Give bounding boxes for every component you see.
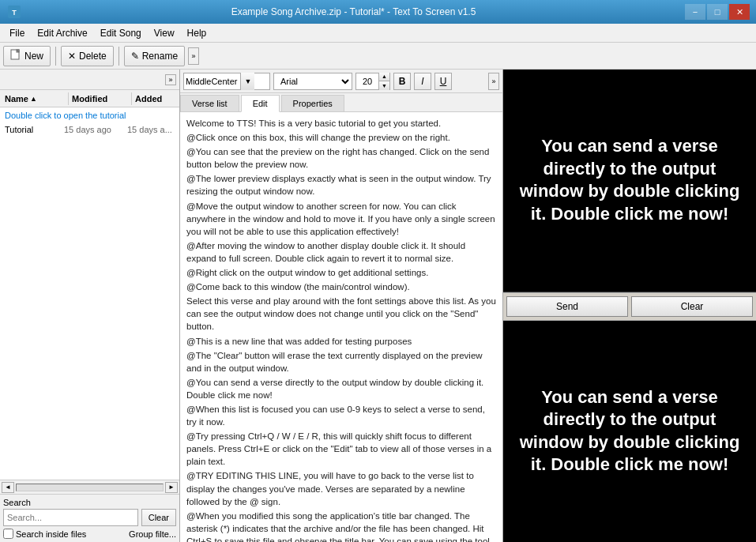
underline-button[interactable]: U <box>434 73 452 90</box>
menu-file[interactable]: File <box>3 24 31 42</box>
font-select[interactable]: Arial <box>273 73 352 90</box>
rename-label: Rename <box>142 51 178 62</box>
search-input[interactable] <box>3 509 138 526</box>
search-label: Search <box>3 498 176 507</box>
search-clear-button[interactable]: Clear <box>141 509 176 526</box>
text-content-area[interactable]: Welcome to TTS! This is a very basic tut… <box>180 112 502 542</box>
scroll-right-btn[interactable]: ► <box>165 482 178 493</box>
menu-edit-archive[interactable]: Edit Archive <box>31 24 93 42</box>
tab-edit[interactable]: Edit <box>241 95 280 112</box>
title-bar: T Example Song Archive.zip - Tutorial* -… <box>0 0 756 24</box>
inside-files-label: Search inside files <box>16 529 86 539</box>
file-list-area[interactable]: Double click to open the tutorial Tutori… <box>0 107 179 480</box>
menu-view[interactable]: View <box>148 24 181 42</box>
font-size-box: ▲ ▼ <box>355 73 390 90</box>
new-icon <box>10 49 21 62</box>
font-size-input[interactable] <box>356 73 378 89</box>
toolbar-expand-btn[interactable]: » <box>188 47 199 65</box>
center-panel: MiddleCenter ▼ Arial ▲ ▼ B I U » Verse l… <box>180 70 503 542</box>
title-text: Example Song Archive.zip - Tutorial* - T… <box>22 6 685 17</box>
tutorial-hint[interactable]: Double click to open the tutorial <box>0 107 179 123</box>
editor-expand-btn[interactable]: » <box>488 73 499 90</box>
toolbar-separator-2 <box>118 47 119 66</box>
tabs-row: Verse list Edit Properties <box>180 93 502 112</box>
close-button[interactable]: ✕ <box>729 4 750 20</box>
col-modified[interactable]: Modified <box>69 92 132 105</box>
rename-icon: ✎ <box>131 51 139 62</box>
bold-button[interactable]: B <box>393 73 411 90</box>
main-container: » Name ▲ Modified Added Double click to … <box>0 70 756 542</box>
left-panel-header: » <box>0 70 179 90</box>
delete-button[interactable]: ✕ Delete <box>61 46 114 66</box>
delete-label: Delete <box>79 51 107 62</box>
align-value: MiddleCenter <box>186 77 237 86</box>
panel-expand-btn[interactable]: » <box>165 74 176 85</box>
col-added[interactable]: Added <box>132 92 179 105</box>
new-button[interactable]: New <box>3 46 51 66</box>
editor-toolbar: MiddleCenter ▼ Arial ▲ ▼ B I U » <box>180 70 502 93</box>
search-inside-files-checkbox[interactable]: Search inside files <box>3 529 86 539</box>
font-size-arrows: ▲ ▼ <box>378 73 389 90</box>
preview-bottom-text: You can send a verse directly to the out… <box>511 386 748 476</box>
align-select[interactable]: MiddleCenter ▼ <box>183 73 270 90</box>
minimize-button[interactable]: − <box>685 4 705 20</box>
app-icon: T <box>6 4 22 20</box>
file-added: 15 days a... <box>127 125 175 134</box>
search-row: Clear <box>3 509 176 526</box>
search-area: Search Clear Search inside files Group f… <box>0 494 179 542</box>
maximize-button[interactable]: □ <box>707 4 728 20</box>
scroll-track[interactable] <box>16 484 164 491</box>
align-dropdown-btn[interactable]: ▼ <box>240 73 254 90</box>
italic-button[interactable]: I <box>414 73 431 90</box>
font-size-down-btn[interactable]: ▼ <box>378 81 389 90</box>
clear-button[interactable]: Clear <box>631 296 753 317</box>
preview-top-text: You can send a verse directly to the out… <box>511 135 748 225</box>
menu-help[interactable]: Help <box>181 24 213 42</box>
toolbar: New ✕ Delete ✎ Rename » <box>0 43 756 70</box>
col-name[interactable]: Name ▲ <box>0 92 69 105</box>
preview-controls: Send Clear <box>503 292 756 321</box>
delete-icon: ✕ <box>68 51 76 62</box>
file-list-header: Name ▲ Modified Added <box>0 90 179 107</box>
tab-properties[interactable]: Properties <box>281 95 344 111</box>
svg-text:T: T <box>12 9 17 17</box>
left-scrollbar[interactable]: ◄ ► <box>0 480 179 494</box>
sort-arrow-icon: ▲ <box>30 95 37 103</box>
font-size-up-btn[interactable]: ▲ <box>378 73 389 81</box>
menu-edit-song[interactable]: Edit Song <box>94 24 148 42</box>
file-name: Tutorial <box>5 125 64 134</box>
window-controls: − □ ✕ <box>685 4 750 20</box>
search-options: Search inside files Group filte... <box>3 529 176 539</box>
preview-bottom[interactable]: You can send a verse directly to the out… <box>503 321 756 543</box>
file-modified: 15 days ago <box>64 125 127 134</box>
toolbar-separator-1 <box>55 47 56 66</box>
group-filter-button[interactable]: Group filte... <box>129 529 176 539</box>
rename-button[interactable]: ✎ Rename <box>124 46 185 66</box>
scroll-left-btn[interactable]: ◄ <box>2 482 14 493</box>
new-label: New <box>24 51 43 62</box>
list-item[interactable]: Tutorial 15 days ago 15 days a... <box>0 123 179 136</box>
menu-bar: File Edit Archive Edit Song View Help <box>0 24 756 43</box>
tab-verse-list[interactable]: Verse list <box>180 95 239 111</box>
left-panel: » Name ▲ Modified Added Double click to … <box>0 70 180 542</box>
right-panel: You can send a verse directly to the out… <box>503 70 756 542</box>
preview-top[interactable]: You can send a verse directly to the out… <box>503 70 756 292</box>
inside-files-check[interactable] <box>3 529 13 539</box>
send-button[interactable]: Send <box>506 296 628 317</box>
